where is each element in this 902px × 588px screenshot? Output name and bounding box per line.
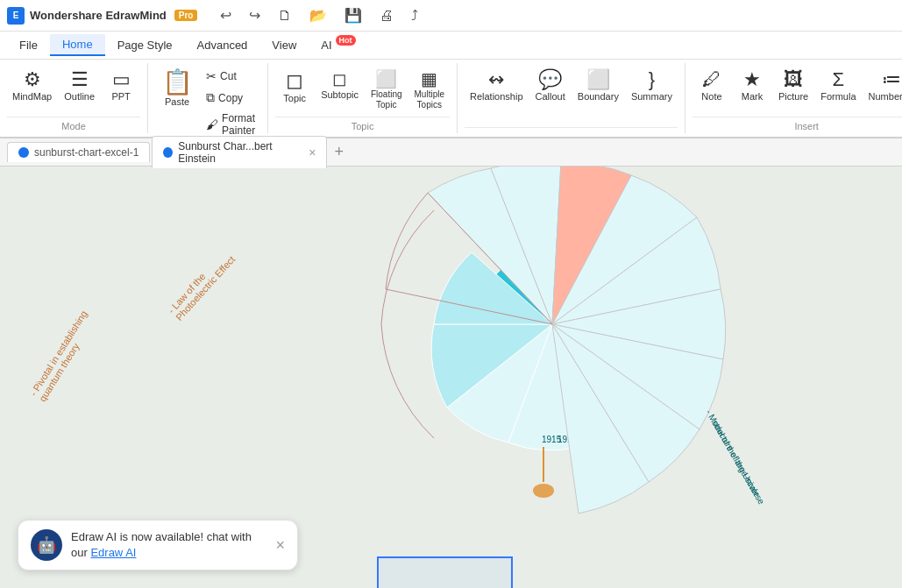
multiple-topics-button[interactable]: ▦ MultipleTopics bbox=[409, 67, 450, 114]
mode-group-inner: ⚙ MindMap ☰ Outline ▭ PPT Mode bbox=[7, 63, 140, 133]
mark-button[interactable]: ★ Mark bbox=[733, 67, 771, 106]
ai-bubble-close[interactable]: × bbox=[275, 537, 285, 553]
save-button[interactable]: 💾 bbox=[339, 5, 367, 25]
pivotal-label: - Pivotal in establishingquantum theory bbox=[28, 308, 98, 403]
callout-button[interactable]: 💬 Callout bbox=[530, 67, 571, 106]
formula-button[interactable]: Σ Formula bbox=[815, 67, 861, 106]
outline-button[interactable]: ☰ Outline bbox=[59, 67, 100, 106]
boundary-icon: ⬜ bbox=[586, 70, 610, 89]
picture-label: Picture bbox=[778, 91, 808, 103]
share-button[interactable]: ⤴ bbox=[406, 6, 423, 25]
boundary-button[interactable]: ⬜ Boundary bbox=[572, 67, 624, 106]
undo-button[interactable]: ↩ bbox=[215, 5, 237, 25]
tabsbar: sunburst-chart-excel-1 Sunburst Char...b… bbox=[0, 138, 902, 166]
numbering-icon: ≔ bbox=[882, 70, 901, 89]
insert-group-label: Insert bbox=[692, 117, 902, 133]
ai-bubble-text: Edraw AI is now available! chat with our… bbox=[71, 529, 261, 561]
clipboard-col: ✂ Cut ⧉ Copy 🖌 Format Painter bbox=[201, 67, 260, 139]
new-button[interactable]: 🗋 bbox=[273, 6, 297, 25]
cut-button[interactable]: ✂ Cut bbox=[201, 67, 260, 86]
topic-group-label: Topic bbox=[275, 117, 450, 133]
relationship-label: Relationship bbox=[470, 91, 523, 103]
rel-group-label bbox=[465, 127, 678, 133]
callout-label: Callout bbox=[536, 91, 565, 103]
summary-button[interactable]: } Summary bbox=[626, 67, 678, 106]
tab-add-button[interactable]: + bbox=[329, 143, 349, 161]
picture-icon: 🖼 bbox=[784, 70, 803, 89]
insert-group-inner: 🖊 Note ★ Mark 🖼 Picture Σ Formula ≔ bbox=[692, 63, 902, 133]
ribbon: ⚙ MindMap ☰ Outline ▭ PPT Mode 📋 Pa bbox=[0, 60, 902, 138]
tab2-close[interactable]: × bbox=[309, 146, 316, 159]
cut-label: Cut bbox=[220, 70, 237, 82]
logo-icon: E bbox=[7, 7, 25, 25]
ai-avatar-icon: 🤖 bbox=[37, 535, 56, 555]
floating-topic-button[interactable]: ⬜ FloatingTopic bbox=[366, 67, 408, 114]
clipboard-group-inner: 📋 Paste ✂ Cut ⧉ Copy 🖌 Format Painter bbox=[155, 63, 260, 133]
tab1-icon bbox=[18, 147, 29, 158]
topic-buttons: ◻ Topic ◻ Subtopic ⬜ FloatingTopic ▦ Mul… bbox=[275, 63, 450, 117]
menu-advanced[interactable]: Advanced bbox=[185, 35, 260, 55]
mode-buttons: ⚙ MindMap ☰ Outline ▭ PPT bbox=[7, 63, 140, 117]
tab-1[interactable]: sunburst-chart-excel-1 bbox=[7, 142, 150, 162]
topic-icon: ◻ bbox=[286, 70, 303, 91]
subtopic-button[interactable]: ◻ Subtopic bbox=[316, 67, 364, 104]
tab2-icon bbox=[163, 147, 173, 158]
tab2-label: Sunburst Char...bert Einstein bbox=[178, 140, 300, 165]
ai-chat-bubble: 🤖 Edraw AI is now available! chat with o… bbox=[18, 520, 298, 570]
sunburst-chart: Developed - Foundation of the PhotoTheor… bbox=[281, 166, 824, 570]
formula-label: Formula bbox=[820, 91, 856, 103]
summary-label: Summary bbox=[631, 91, 672, 103]
topic-group-inner: ◻ Topic ◻ Subtopic ⬜ FloatingTopic ▦ Mul… bbox=[275, 63, 450, 133]
outline-label: Outline bbox=[64, 91, 95, 103]
menu-page-style[interactable]: Page Style bbox=[105, 35, 185, 55]
menu-file[interactable]: File bbox=[7, 35, 50, 55]
pro-badge: Pro bbox=[174, 10, 198, 21]
multiple-topics-label: MultipleTopics bbox=[415, 89, 444, 110]
paste-label: Paste bbox=[165, 96, 189, 108]
clipboard-buttons: 📋 Paste ✂ Cut ⧉ Copy 🖌 Format Painter bbox=[155, 63, 260, 139]
rel-buttons: ↭ Relationship 💬 Callout ⬜ Boundary } Su… bbox=[465, 63, 678, 127]
topic-button[interactable]: ◻ Topic bbox=[275, 67, 314, 108]
redo-button[interactable]: ↪ bbox=[244, 5, 266, 25]
ribbon-group-insert: 🖊 Note ★ Mark 🖼 Picture Σ Formula ≔ bbox=[685, 63, 902, 133]
callout-icon: 💬 bbox=[538, 70, 562, 89]
relationship-button[interactable]: ↭ Relationship bbox=[465, 67, 529, 106]
ai-avatar: 🤖 bbox=[31, 529, 62, 561]
law-label: - Law of thePhotoelectric Effect bbox=[166, 247, 237, 322]
format-painter-button[interactable]: 🖌 Format Painter bbox=[201, 110, 260, 139]
note-button[interactable]: 🖊 Note bbox=[692, 67, 731, 106]
formula-icon: Σ bbox=[833, 70, 845, 89]
open-button[interactable]: 📂 bbox=[304, 5, 332, 25]
app-logo: E Wondershare EdrawMind Pro bbox=[7, 7, 197, 25]
copy-button[interactable]: ⧉ Copy bbox=[201, 88, 260, 108]
menu-ai[interactable]: AI Hot bbox=[309, 35, 367, 55]
print-button[interactable]: 🖨 bbox=[374, 6, 399, 25]
picture-button[interactable]: 🖼 Picture bbox=[773, 67, 813, 106]
ribbon-group-topic: ◻ Topic ◻ Subtopic ⬜ FloatingTopic ▦ Mul… bbox=[268, 63, 458, 133]
ai-message-link[interactable]: Edraw AI bbox=[90, 546, 136, 559]
floating-topic-icon: ⬜ bbox=[375, 70, 397, 88]
copy-icon: ⧉ bbox=[206, 90, 215, 105]
ppt-button[interactable]: ▭ PPT bbox=[102, 67, 140, 106]
paste-icon: 📋 bbox=[162, 70, 193, 95]
topic-label: Topic bbox=[283, 93, 306, 104]
cut-icon: ✂ bbox=[206, 69, 217, 83]
app-name: Wondershare EdrawMind bbox=[30, 9, 167, 22]
svg-text:1915: 1915 bbox=[542, 435, 562, 444]
paste-button[interactable]: 📋 Paste bbox=[155, 67, 199, 111]
menu-home[interactable]: Home bbox=[50, 34, 105, 56]
rel-group-inner: ↭ Relationship 💬 Callout ⬜ Boundary } Su… bbox=[465, 63, 678, 133]
main-area: Developed - Foundation of the PhotoTheor… bbox=[0, 166, 902, 588]
note-label: Note bbox=[701, 91, 721, 103]
format-painter-label: Format Painter bbox=[222, 112, 255, 137]
menubar: File Home Page Style Advanced View AI Ho… bbox=[0, 32, 902, 60]
mindmap-button[interactable]: ⚙ MindMap bbox=[7, 67, 57, 106]
mindmap-label: MindMap bbox=[12, 91, 52, 103]
summary-icon: } bbox=[649, 70, 655, 89]
copy-label: Copy bbox=[218, 92, 243, 104]
menu-view[interactable]: View bbox=[259, 35, 309, 55]
ppt-icon: ▭ bbox=[112, 70, 131, 89]
numbering-button[interactable]: ≔ Numbering bbox=[863, 67, 902, 106]
tab-2[interactable]: Sunburst Char...bert Einstein × bbox=[152, 136, 327, 168]
mode-group-label: Mode bbox=[7, 117, 140, 133]
